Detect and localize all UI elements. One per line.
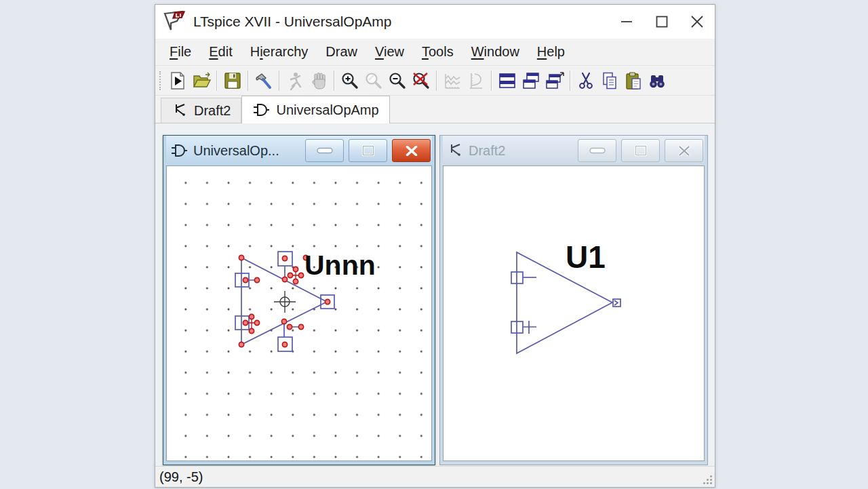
waveform-icon — [443, 71, 462, 90]
schematic-icon — [447, 143, 463, 158]
title-bar[interactable]: LTspice XVII - UniversalOpAmp — [155, 5, 715, 39]
find-button[interactable] — [645, 69, 669, 92]
toolbar — [155, 65, 715, 95]
symbol-label-unnn: Unnn — [304, 250, 376, 281]
menu-draw[interactable]: Draw — [317, 41, 366, 62]
tab-label: UniversalOpAmp — [276, 102, 378, 118]
close-icon — [406, 146, 418, 156]
halt-hand-icon — [309, 71, 328, 90]
maximize-button[interactable] — [644, 5, 679, 39]
open-folder-icon — [192, 71, 211, 90]
child-window-universalopamp: UniversalOp... — [163, 135, 435, 465]
menu-tools[interactable]: Tools — [413, 41, 462, 62]
menu-edit[interactable]: Edit — [200, 41, 241, 62]
maximize-icon — [656, 16, 668, 28]
minimize-icon — [620, 16, 633, 28]
document-tab-bar: Draft2 UniversalOpAmp — [155, 95, 715, 123]
paste-icon — [624, 71, 643, 90]
zoom-fit-button[interactable] — [361, 69, 385, 92]
menu-view[interactable]: View — [366, 41, 413, 62]
status-bar: (99, -5) — [155, 466, 715, 487]
cut-button[interactable] — [574, 69, 597, 92]
ltspice-window: LTspice XVII - UniversalOpAmp File Edit — [155, 4, 715, 488]
schematic-canvas[interactable]: U1 — [443, 165, 705, 461]
run-button[interactable] — [283, 69, 307, 92]
zoom-out-icon — [388, 71, 407, 90]
toolbar-separator — [248, 71, 248, 91]
zoom-full-extents-button[interactable] — [409, 69, 433, 92]
autorange-waveform-button[interactable] — [440, 69, 464, 92]
child-close-button[interactable] — [392, 139, 431, 162]
find-binoculars-icon — [648, 71, 667, 90]
child-window-title: Draft2 — [469, 143, 505, 159]
plot-settings-icon — [467, 71, 486, 90]
tile-horizontal-icon — [498, 71, 517, 90]
zoom-in-button[interactable] — [338, 69, 361, 92]
child-minimize-button[interactable] — [305, 139, 344, 162]
copy-icon — [600, 71, 619, 90]
tile-horizontal-button[interactable] — [495, 69, 519, 92]
toolbar-separator — [279, 71, 279, 91]
tab-label: Draft2 — [194, 103, 231, 119]
child-close-button[interactable] — [665, 139, 703, 162]
symbol-label-u1: U1 — [566, 239, 606, 275]
toolbar-separator — [491, 71, 492, 91]
menu-bar: File Edit Hierarchy Draw View Tools Wind… — [155, 39, 715, 65]
close-icon — [690, 15, 704, 28]
plot-settings-button[interactable] — [464, 69, 488, 92]
halt-button[interactable] — [307, 69, 330, 92]
resize-grip[interactable] — [703, 475, 713, 485]
child-minimize-button[interactable] — [578, 139, 616, 162]
child-restore-button[interactable] — [621, 139, 660, 162]
minimize-icon — [589, 147, 606, 154]
cascade-windows-arrow-button[interactable] — [542, 69, 566, 92]
minimize-button[interactable] — [609, 5, 644, 39]
save-button[interactable] — [220, 69, 244, 92]
new-schematic-icon — [168, 71, 187, 90]
symbol-icon — [252, 102, 270, 117]
restore-icon — [362, 145, 374, 156]
tab-universalopamp[interactable]: UniversalOpAmp — [241, 96, 389, 123]
child-title-bar[interactable]: UniversalOp... — [166, 136, 432, 165]
menu-window[interactable]: Window — [462, 41, 528, 62]
zoom-out-button[interactable] — [385, 69, 409, 92]
minimize-icon — [317, 147, 333, 154]
zoom-full-extents-icon — [412, 71, 431, 90]
menu-help[interactable]: Help — [528, 41, 574, 62]
save-icon — [223, 71, 242, 90]
cascade-windows-button[interactable] — [519, 69, 542, 92]
zoom-fit-icon — [364, 71, 383, 90]
restore-icon — [635, 145, 647, 156]
schematic-icon — [172, 103, 188, 118]
control-panel-button[interactable] — [252, 69, 275, 92]
cascade-windows-arrow-icon — [545, 71, 564, 90]
toolbar-gripper[interactable] — [159, 71, 162, 90]
menu-file[interactable]: File — [161, 41, 200, 62]
window-title: LTspice XVII - UniversalOpAmp — [193, 14, 392, 30]
cascade-windows-icon — [521, 71, 540, 90]
symbol-editor-canvas[interactable]: Unnn — [166, 165, 432, 461]
cursor-coordinates: (99, -5) — [159, 469, 203, 485]
tab-draft2[interactable]: Draft2 — [161, 98, 241, 123]
close-button[interactable] — [679, 5, 715, 39]
paste-button[interactable] — [621, 69, 645, 92]
run-man-icon — [285, 71, 304, 90]
opamp-symbol-drawing: Unnn — [167, 166, 432, 461]
symbol-icon — [170, 143, 188, 158]
zoom-in-icon — [340, 71, 359, 90]
child-window-title: UniversalOp... — [193, 143, 279, 159]
ltspice-logo-icon — [162, 9, 186, 34]
mdi-area: UniversalOp... — [155, 123, 715, 466]
menu-hierarchy[interactable]: Hierarchy — [241, 41, 317, 62]
new-schematic-button[interactable] — [165, 69, 189, 92]
opamp-instance-drawing: U1 — [443, 166, 705, 461]
child-title-bar[interactable]: Draft2 — [443, 136, 705, 165]
copy-button[interactable] — [597, 69, 621, 92]
cut-scissors-icon — [576, 71, 595, 90]
child-restore-button[interactable] — [349, 139, 387, 162]
toolbar-separator — [570, 71, 570, 91]
close-icon — [678, 146, 690, 156]
toolbar-separator — [436, 71, 437, 91]
open-file-button[interactable] — [189, 69, 213, 92]
toolbar-separator — [216, 71, 217, 91]
